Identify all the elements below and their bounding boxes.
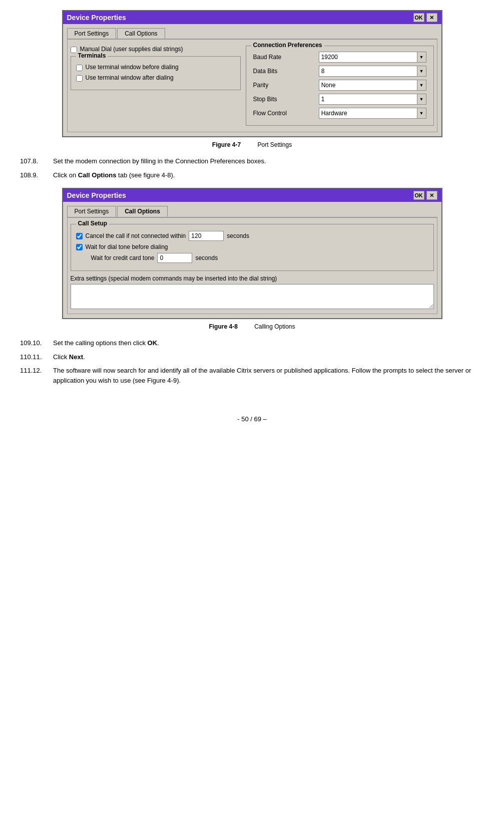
figure2-label: Figure 4-8 bbox=[209, 323, 237, 330]
para108-num: 108.9. bbox=[20, 170, 50, 180]
stop-bits-arrow: ▼ bbox=[417, 94, 426, 104]
dialog2-content: Call Setup Cancel the call if not connec… bbox=[67, 217, 437, 314]
dialog1-tabs: Port Settings Call Options bbox=[67, 28, 437, 39]
extra-settings-input[interactable] bbox=[71, 284, 434, 309]
dialog1-content: Manual Dial (user supplies dial strings)… bbox=[67, 39, 437, 132]
wait-tone-label: Wait for dial tone before dialing bbox=[86, 243, 168, 250]
parity-arrow: ▼ bbox=[417, 80, 426, 90]
baud-rate-select[interactable]: 19200 ▼ bbox=[319, 52, 426, 63]
dialog1-titlebar: Device Properties OK ✕ bbox=[63, 11, 441, 24]
tab-call-options-1[interactable]: Call Options bbox=[117, 28, 165, 39]
connection-prefs-group: Connection Preferences Baud Rate 19200 ▼ bbox=[246, 46, 434, 126]
pref-label-stopbits: Stop Bits bbox=[251, 92, 317, 106]
terminal-before-row: Use terminal window before dialing bbox=[76, 64, 235, 71]
para107-num: 107.8. bbox=[20, 156, 50, 166]
cancel-call-label: Cancel the call if not connected within bbox=[86, 232, 186, 239]
dialog2-title-buttons: OK ✕ bbox=[413, 191, 437, 200]
call-setup-title: Call Setup bbox=[76, 220, 110, 227]
dialog2-titlebar: Device Properties OK ✕ bbox=[63, 189, 441, 202]
tab-call-options-2[interactable]: Call Options bbox=[117, 206, 168, 217]
credit-card-input[interactable] bbox=[157, 253, 192, 263]
manual-dial-label: Manual Dial (user supplies dial strings) bbox=[80, 46, 183, 53]
page-footer: - 50 / 69 – bbox=[20, 415, 484, 423]
terminals-group: Terminals Use terminal window before dia… bbox=[71, 56, 241, 90]
dialog2-body: Port Settings Call Options Call Setup Ca… bbox=[63, 202, 441, 318]
flow-control-select[interactable]: Hardware ▼ bbox=[319, 108, 426, 119]
dialog1-two-col: Manual Dial (user supplies dial strings)… bbox=[71, 43, 434, 129]
stop-bits-value: 1 bbox=[319, 96, 417, 103]
terminal-after-label: Use terminal window after dialing bbox=[86, 74, 174, 81]
connection-prefs-title: Connection Preferences bbox=[251, 42, 324, 49]
figure1-caption: Figure 4-7 Port Settings bbox=[20, 141, 484, 148]
para111-text: The software will now search for and ide… bbox=[53, 366, 484, 385]
pref-row-flowcontrol: Flow Control Hardware ▼ bbox=[251, 106, 428, 120]
dialog1-close-button[interactable]: ✕ bbox=[426, 13, 437, 22]
tab-port-settings-2[interactable]: Port Settings bbox=[67, 206, 117, 217]
wait-tone-row: Wait for dial tone before dialing bbox=[76, 243, 428, 250]
para110-num: 110.11. bbox=[20, 352, 50, 362]
dialog2: Device Properties OK ✕ Port Settings Cal… bbox=[62, 188, 442, 319]
pref-label-flowcontrol: Flow Control bbox=[251, 106, 317, 120]
para110-text: Click Next. bbox=[53, 352, 85, 362]
stop-bits-select[interactable]: 1 ▼ bbox=[319, 94, 426, 105]
dialog2-ok-button[interactable]: OK bbox=[413, 191, 424, 200]
data-bits-arrow: ▼ bbox=[417, 66, 426, 76]
para108: 108.9. Click on Call Options tab (see fi… bbox=[20, 170, 484, 180]
pref-row-stopbits: Stop Bits 1 ▼ bbox=[251, 92, 428, 106]
dialog2-close-button[interactable]: ✕ bbox=[426, 191, 437, 200]
dialog1-body: Port Settings Call Options Manual Dial (… bbox=[63, 24, 441, 136]
figure1-text: Port Settings bbox=[258, 141, 292, 148]
para107: 107.8. Set the modem connection by filli… bbox=[20, 156, 484, 166]
data-bits-select[interactable]: 8 ▼ bbox=[319, 66, 426, 77]
parity-select[interactable]: None ▼ bbox=[319, 80, 426, 91]
wait-tone-checkbox[interactable] bbox=[76, 244, 83, 250]
para110: 110.11. Click Next. bbox=[20, 352, 484, 362]
para111: 111.12. The software will now search for… bbox=[20, 366, 484, 385]
terminal-before-checkbox[interactable] bbox=[76, 65, 83, 71]
figure2-text: Calling Options bbox=[254, 323, 295, 330]
pref-value-databits: 8 ▼ bbox=[317, 64, 428, 78]
dialog1-title-buttons: OK ✕ bbox=[413, 13, 437, 22]
terminal-before-label: Use terminal window before dialing bbox=[86, 64, 179, 71]
para111-num: 111.12. bbox=[20, 366, 50, 385]
pref-row-baud: Baud Rate 19200 ▼ bbox=[251, 50, 428, 64]
cancel-call-input[interactable] bbox=[189, 231, 224, 241]
para109: 109.10. Set the calling options then cli… bbox=[20, 338, 484, 348]
para108-bold: Call Options bbox=[78, 171, 117, 179]
pref-label-baud: Baud Rate bbox=[251, 50, 317, 64]
terminal-after-checkbox[interactable] bbox=[76, 75, 83, 82]
cancel-call-row: Cancel the call if not connected within … bbox=[76, 231, 428, 241]
pref-value-parity: None ▼ bbox=[317, 78, 428, 92]
footer-text: - 50 / 69 – bbox=[237, 415, 267, 423]
para107-text: Set the modem connection by filling in t… bbox=[53, 156, 266, 166]
data-bits-value: 8 bbox=[319, 68, 417, 75]
terminals-group-title: Terminals bbox=[76, 52, 108, 59]
cancel-call-unit: seconds bbox=[227, 232, 249, 239]
pref-value-stopbits: 1 ▼ bbox=[317, 92, 428, 106]
baud-rate-arrow: ▼ bbox=[417, 52, 426, 62]
tab-port-settings-1[interactable]: Port Settings bbox=[67, 28, 117, 39]
para108-text: Click on Call Options tab (see figure 4-… bbox=[53, 170, 175, 180]
dialog1-left-col: Manual Dial (user supplies dial strings)… bbox=[71, 43, 241, 129]
para109-text: Set the calling options then click OK. bbox=[53, 338, 159, 348]
flow-control-value: Hardware bbox=[319, 110, 417, 117]
dialog1-ok-button[interactable]: OK bbox=[413, 13, 424, 22]
figure1-label: Figure 4-7 bbox=[212, 141, 241, 148]
parity-value: None bbox=[319, 82, 417, 89]
pref-row-databits: Data Bits 8 ▼ bbox=[251, 64, 428, 78]
para110-bold: Next bbox=[69, 353, 83, 361]
figure2-caption: Figure 4-8 Calling Options bbox=[20, 323, 484, 330]
pref-label-databits: Data Bits bbox=[251, 64, 317, 78]
pref-value-flowcontrol: Hardware ▼ bbox=[317, 106, 428, 120]
dialog1-title: Device Properties bbox=[67, 14, 126, 22]
dialog1: Device Properties OK ✕ Port Settings Cal… bbox=[62, 10, 442, 137]
pref-value-baud: 19200 ▼ bbox=[317, 50, 428, 64]
credit-card-row: Wait for credit card tone seconds bbox=[76, 253, 428, 263]
credit-card-unit: seconds bbox=[195, 254, 218, 261]
call-setup-group: Call Setup Cancel the call if not connec… bbox=[71, 224, 434, 271]
dialog1-right-col: Connection Preferences Baud Rate 19200 ▼ bbox=[246, 43, 434, 129]
dialog2-title: Device Properties bbox=[67, 191, 126, 199]
baud-rate-value: 19200 bbox=[319, 54, 417, 61]
flow-control-arrow: ▼ bbox=[417, 108, 426, 118]
cancel-call-checkbox[interactable] bbox=[76, 233, 83, 239]
